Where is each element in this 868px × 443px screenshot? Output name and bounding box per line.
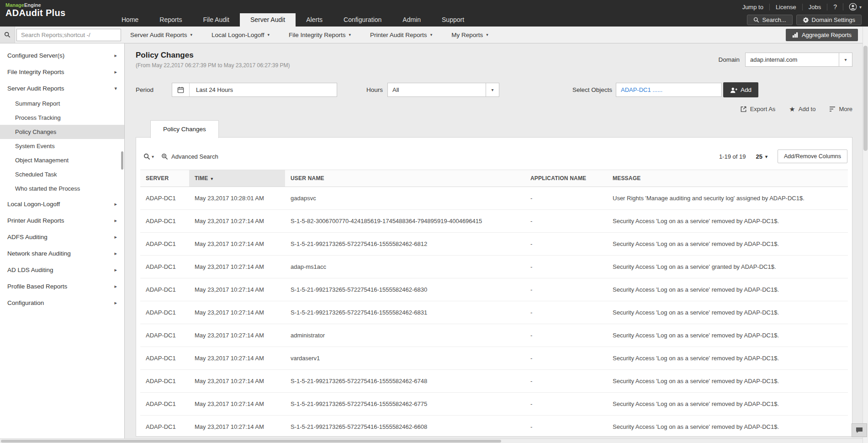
table-row[interactable]: ADAP-DC1May 23,2017 10:27:14 AMadap-ms1a…	[140, 256, 848, 278]
global-search-button[interactable]: Search...	[747, 15, 793, 25]
cell-message: Security Access 'Log on as a service' re…	[607, 393, 848, 416]
table-row[interactable]: ADAP-DC1May 23,2017 10:27:14 AMS-1-5-21-…	[140, 370, 848, 393]
user-menu[interactable]: ▾	[849, 3, 862, 11]
sidebar-item-adfs-auditing[interactable]: ADFS Auditing▸	[0, 229, 124, 245]
aggregate-reports-button[interactable]: Aggregate Reports	[786, 29, 858, 41]
nav-tab-reports[interactable]: Reports	[149, 13, 192, 27]
table-row[interactable]: ADAP-DC1May 23,2017 10:27:14 AMS-1-5-21-…	[140, 301, 848, 324]
topbar-link-license[interactable]: License	[770, 4, 803, 11]
select-objects-field[interactable]: ADAP-DC1 ......	[616, 83, 722, 97]
sidebar-item-printer-audit-reports[interactable]: Printer Audit Reports▸	[0, 212, 124, 229]
search-tools: ▾ Advanced Search	[143, 153, 218, 160]
nav-tab-support[interactable]: Support	[431, 13, 475, 27]
cell-application-name: -	[525, 393, 607, 416]
horizontal-scrollbar-thumb[interactable]	[1, 440, 501, 443]
cell-message: Security Access 'Log on as a service' re…	[607, 301, 848, 324]
sidebar-item-label: AD LDS Auditing	[7, 267, 53, 273]
horizontal-scrollbar[interactable]	[0, 438, 863, 443]
sidebar-subitem-system-events[interactable]: System Events	[0, 139, 124, 153]
search-icon	[143, 153, 150, 160]
feedback-chat-button[interactable]	[852, 423, 867, 437]
nav-tab-home[interactable]: Home	[111, 13, 149, 27]
sidebar-subitem-process-tracking[interactable]: Process Tracking	[0, 111, 124, 125]
domain-selector: Domain adap.internal.com ▾	[718, 53, 852, 67]
cell-application-name: -	[525, 324, 607, 347]
advanced-search-button[interactable]: Advanced Search	[161, 153, 218, 160]
column-header-user-name[interactable]: USER NAME	[285, 170, 525, 187]
brand-logo: ManageEngine ADAudit Plus	[5, 2, 65, 18]
column-header-time[interactable]: TIME▾	[189, 170, 285, 187]
sidebar-subitem-policy-changes[interactable]: Policy Changes	[0, 125, 124, 139]
help-icon[interactable]: ?	[827, 3, 843, 11]
page-size-select[interactable]: 25 ▾	[756, 153, 767, 160]
cell-message: Security Access 'Log on as a service' re…	[607, 324, 848, 347]
sidebar-subitem-object-management[interactable]: Object Management	[0, 153, 124, 167]
table-row[interactable]: ADAP-DC1May 23,2017 10:28:01 AMgadapsvc-…	[140, 187, 848, 210]
menu-label: Server Audit Reports	[130, 32, 187, 38]
sidebar-item-configuration[interactable]: Configuration▸	[0, 294, 124, 311]
nav-tab-alerts[interactable]: Alerts	[296, 13, 333, 27]
page-head: Policy Changes (From May 22,2017 06:27:3…	[136, 51, 852, 69]
add-to-button[interactable]: ★ Add to	[789, 106, 815, 112]
sidebar-item-profile-based-reports[interactable]: Profile Based Reports▸	[0, 278, 124, 294]
column-header-message[interactable]: MESSAGE	[607, 170, 848, 187]
cell-time: May 23,2017 10:27:14 AM	[189, 233, 285, 256]
search-icon	[753, 17, 759, 23]
sidebar-item-label: Profile Based Reports	[7, 283, 67, 290]
sidebar-subitem-summary-report[interactable]: Summary Report	[0, 96, 124, 111]
menu-local-logon-logoff[interactable]: Local Logon-Logoff▾	[212, 32, 270, 38]
table-row[interactable]: ADAP-DC1May 23,2017 10:27:14 AMS-1-5-21-…	[140, 416, 848, 437]
report-search-input[interactable]	[16, 29, 121, 41]
chevron-down-icon: ▾	[267, 32, 270, 37]
report-search-toggle[interactable]	[0, 27, 15, 43]
column-header-server[interactable]: SERVER	[140, 170, 189, 187]
nav-tab-file-audit[interactable]: File Audit	[192, 13, 240, 27]
menu-printer-audit-reports[interactable]: Printer Audit Reports▾	[370, 32, 432, 38]
period-picker[interactable]: Last 24 Hours	[172, 83, 337, 97]
topbar-link-jobs[interactable]: Jobs	[803, 4, 827, 11]
sidebar-item-ad-lds-auditing[interactable]: AD LDS Auditing▸	[0, 262, 124, 278]
hours-select[interactable]: All ▾	[387, 83, 499, 97]
nav-tab-server-audit[interactable]: Server Audit	[240, 13, 296, 27]
chevron-down-icon: ▾	[430, 32, 433, 37]
menu-server-audit-reports[interactable]: Server Audit Reports▾	[130, 32, 192, 38]
column-header-time-label: TIME	[195, 175, 208, 181]
nav-tab-configuration[interactable]: Configuration	[333, 13, 392, 27]
sidebar-item-label: Configuration	[7, 299, 44, 306]
chevron-down-icon: ▾	[839, 53, 852, 66]
main-content: Policy Changes (From May 22,2017 06:27:3…	[125, 43, 868, 443]
cell-server: ADAP-DC1	[140, 233, 189, 256]
table-row[interactable]: ADAP-DC1May 23,2017 10:27:14 AMadministr…	[140, 324, 848, 347]
vertical-scrollbar[interactable]	[863, 27, 868, 443]
sidebar-subitem-who-started-the-process[interactable]: Who started the Process	[0, 181, 124, 196]
sort-caret-icon: ▾	[211, 176, 213, 181]
vertical-scrollbar-thumb[interactable]	[863, 46, 868, 151]
tab-policy-changes[interactable]: Policy Changes	[150, 120, 219, 138]
sidebar-item-server-audit-reports[interactable]: Server Audit Reports▾	[0, 80, 124, 96]
column-header-application-name[interactable]: APPLICATION NAME	[525, 170, 607, 187]
column-search-button[interactable]: ▾	[143, 153, 154, 160]
sidebar-subitem-scheduled-task[interactable]: Scheduled Task	[0, 167, 124, 181]
sidebar-item-network-share-auditing[interactable]: Network share Auditing▸	[0, 245, 124, 262]
export-as-button[interactable]: Export As	[740, 106, 776, 112]
table-row[interactable]: ADAP-DC1May 23,2017 10:27:14 AMS-1-5-21-…	[140, 233, 848, 256]
table-row[interactable]: ADAP-DC1May 23,2017 10:27:14 AMS-1-5-21-…	[140, 393, 848, 416]
domain-select[interactable]: adap.internal.com ▾	[745, 53, 852, 67]
sidebar-item-file-integrity-reports[interactable]: File Integrity Reports▸	[0, 64, 124, 80]
more-button[interactable]: More	[829, 106, 852, 112]
table-row[interactable]: ADAP-DC1May 23,2017 10:27:14 AMS-1-5-82-…	[140, 210, 848, 233]
nav-tab-admin[interactable]: Admin	[392, 13, 431, 27]
table-row[interactable]: ADAP-DC1May 23,2017 10:27:14 AMS-1-5-21-…	[140, 278, 848, 301]
domain-settings-button[interactable]: Domain Settings	[796, 15, 862, 25]
add-object-button[interactable]: Add	[723, 82, 758, 97]
topbar-link-jump-to[interactable]: Jump to	[736, 4, 770, 11]
sidebar-scrollbar[interactable]	[121, 151, 123, 170]
add-remove-columns-button[interactable]: Add/Remove Columns	[778, 149, 847, 163]
sidebar-item-configured-server-s[interactable]: Configured Server(s)▸	[0, 47, 124, 64]
cell-server: ADAP-DC1	[140, 416, 189, 437]
topbar: Jump toLicenseJobs ? ▾	[736, 3, 862, 11]
menu-my-reports[interactable]: My Reports▾	[451, 32, 488, 38]
menu-file-integrity-reports[interactable]: File Integrity Reports▾	[289, 32, 351, 38]
table-row[interactable]: ADAP-DC1May 23,2017 10:27:14 AMvardaserv…	[140, 347, 848, 370]
sidebar-item-local-logon-logoff[interactable]: Local Logon-Logoff▸	[0, 196, 124, 212]
